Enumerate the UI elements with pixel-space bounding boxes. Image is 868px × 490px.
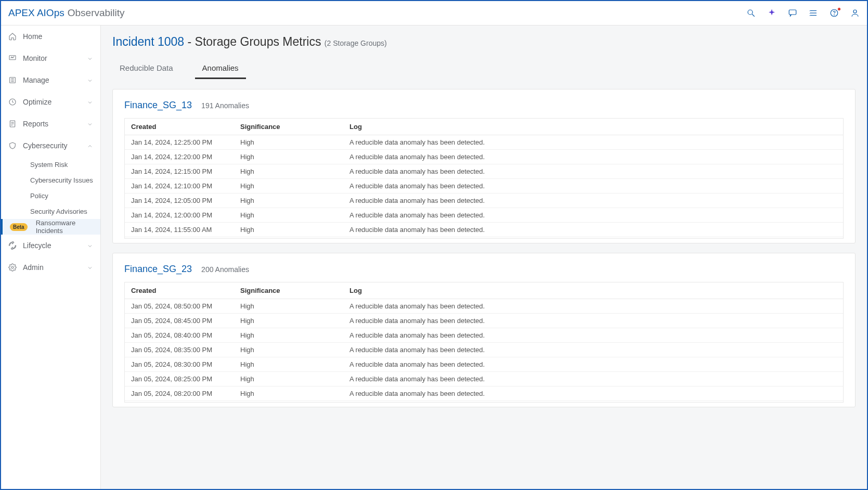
cell-log: A reducible data anomaly has been detect… — [343, 299, 843, 314]
table-scroll[interactable]: Created Significance Log Jan 14, 2024, 1… — [125, 119, 843, 238]
col-significance[interactable]: Significance — [234, 119, 343, 135]
cell-significance: High — [234, 328, 343, 343]
table-row[interactable]: Jan 05, 2024, 08:40:00 PMHighA reducible… — [125, 328, 843, 343]
page-title: Incident 1008 - Storage Groups Metrics (… — [112, 35, 856, 49]
tab-anomalies[interactable]: Anomalies — [195, 58, 246, 79]
cell-log: A reducible data anomaly has been detect… — [343, 386, 843, 401]
cell-significance: High — [234, 386, 343, 401]
tab-reducible-data[interactable]: Reducible Data — [112, 58, 180, 79]
cell-created: Jan 05, 2024, 08:30:00 PM — [125, 357, 234, 372]
sidebar-item-label: Manage — [23, 76, 49, 84]
sidebar-item-label: Reports — [23, 120, 48, 128]
sidebar-subitem-label: Ransomware Incidents — [36, 219, 100, 235]
table-row[interactable]: Jan 14, 2024, 12:25:00 PMHighA reducible… — [125, 135, 843, 150]
cell-log: A reducible data anomaly has been detect… — [343, 135, 843, 150]
sidebar-subitem-security-advisories[interactable]: Security Advisories — [1, 203, 100, 219]
col-significance[interactable]: Significance — [234, 282, 343, 299]
chevron-down-icon — [87, 99, 93, 105]
sidebar-item-optimize[interactable]: Optimize — [1, 91, 100, 113]
help-icon[interactable] — [830, 8, 839, 18]
cell-created: Jan 14, 2024, 12:05:00 PM — [125, 194, 234, 208]
cell-log: A reducible data anomaly has been detect… — [343, 179, 843, 194]
table-row[interactable]: Jan 05, 2024, 08:25:00 PMHighA reducible… — [125, 372, 843, 386]
cell-significance: High — [234, 164, 343, 179]
sparkle-icon[interactable] — [767, 8, 776, 18]
col-created[interactable]: Created — [125, 119, 234, 135]
sidebar-subitem-system-risk[interactable]: System Risk — [1, 157, 100, 172]
col-created[interactable]: Created — [125, 282, 234, 299]
cell-significance: High — [234, 150, 343, 164]
sidebar-subitem-ransomware-incidents[interactable]: BetaRansomware Incidents — [1, 219, 100, 235]
tasks-icon[interactable] — [809, 8, 818, 18]
cell-significance: High — [234, 401, 343, 403]
search-icon[interactable] — [746, 8, 756, 18]
cell-created: Jan 05, 2024, 08:35:00 PM — [125, 343, 234, 357]
chevron-down-icon — [87, 242, 93, 249]
reports-icon — [8, 120, 17, 128]
user-icon[interactable] — [850, 8, 860, 18]
tabs: Reducible DataAnomalies — [112, 58, 856, 80]
cell-log: A reducible data anomaly has been detect… — [343, 208, 843, 223]
table-row[interactable]: Jan 14, 2024, 12:10:00 PMHighA reducible… — [125, 179, 843, 194]
storage-group-link[interactable]: Finance_SG_13 — [124, 100, 192, 111]
anomaly-table: Created Significance Log Jan 14, 2024, 1… — [124, 118, 844, 239]
incident-link[interactable]: Incident 1008 — [112, 35, 184, 48]
sidebar-item-label: Home — [23, 32, 42, 41]
table-row[interactable]: Jan 14, 2024, 12:20:00 PMHighA reducible… — [125, 150, 843, 164]
table-row[interactable]: Jan 14, 2024, 12:05:00 PMHighA reducible… — [125, 194, 843, 208]
main-content: Incident 1008 - Storage Groups Metrics (… — [101, 25, 867, 489]
brand[interactable]: APEX AIOps Observability — [8, 7, 125, 19]
cell-significance: High — [234, 237, 343, 239]
sidebar-item-label: Optimize — [23, 98, 51, 106]
table-scroll[interactable]: Created Significance Log Jan 05, 2024, 0… — [125, 282, 843, 402]
sidebar-item-reports[interactable]: Reports — [1, 113, 100, 135]
sidebar-item-admin[interactable]: Admin — [1, 256, 100, 278]
cell-created: Jan 14, 2024, 12:10:00 PM — [125, 179, 234, 194]
cell-significance: High — [234, 208, 343, 223]
anomaly-table: Created Significance Log Jan 05, 2024, 0… — [124, 282, 844, 403]
svg-point-8 — [853, 10, 857, 13]
sidebar-item-home[interactable]: Home — [1, 25, 100, 47]
cell-created: Jan 05, 2024, 08:20:00 PM — [125, 386, 234, 401]
cell-log: A reducible data anomaly has been detect… — [343, 150, 843, 164]
storage-group-link[interactable]: Finance_SG_23 — [124, 264, 192, 275]
sidebar-item-monitor[interactable]: Monitor — [1, 47, 100, 69]
chevron-down-icon — [87, 121, 93, 127]
admin-icon — [8, 263, 17, 272]
table-row[interactable]: Jan 14, 2024, 12:15:00 PMHighA reducible… — [125, 164, 843, 179]
home-icon — [8, 32, 17, 41]
svg-point-7 — [834, 15, 835, 15]
cell-significance: High — [234, 372, 343, 386]
header-toolbar — [746, 8, 860, 18]
sidebar-item-lifecycle[interactable]: Lifecycle — [1, 235, 100, 256]
chat-icon[interactable] — [788, 8, 797, 18]
cell-significance: High — [234, 343, 343, 357]
table-row[interactable]: Jan 05, 2024, 08:50:00 PMHighA reducible… — [125, 299, 843, 314]
page-title-rest: - Storage Groups Metrics — [184, 35, 325, 48]
cell-created: Jan 05, 2024, 08:15:00 PM — [125, 401, 234, 403]
monitor-icon — [8, 54, 17, 62]
table-row[interactable]: Jan 14, 2024, 12:00:00 PMHighA reducible… — [125, 208, 843, 223]
sidebar-item-manage[interactable]: Manage — [1, 69, 100, 91]
cell-created: Jan 14, 2024, 11:50:00 AM — [125, 237, 234, 239]
col-log[interactable]: Log — [343, 282, 843, 299]
lifecycle-icon — [8, 241, 17, 250]
sidebar-item-cybersecurity[interactable]: Cybersecurity — [1, 135, 100, 157]
sidebar-subitem-policy[interactable]: Policy — [1, 188, 100, 203]
table-row[interactable]: Jan 05, 2024, 08:45:00 PMHighA reducible… — [125, 314, 843, 328]
sidebar-item-label: Monitor — [23, 54, 47, 62]
svg-rect-2 — [789, 10, 796, 15]
table-row[interactable]: Jan 05, 2024, 08:35:00 PMHighA reducible… — [125, 343, 843, 357]
table-row[interactable]: Jan 05, 2024, 08:20:00 PMHighA reducible… — [125, 386, 843, 401]
table-row[interactable]: Jan 05, 2024, 08:30:00 PMHighA reducible… — [125, 357, 843, 372]
cell-log: A reducible data anomaly has been detect… — [343, 314, 843, 328]
cell-created: Jan 14, 2024, 12:00:00 PM — [125, 208, 234, 223]
table-row[interactable]: Jan 05, 2024, 08:15:00 PMHighA reducible… — [125, 401, 843, 403]
cell-significance: High — [234, 179, 343, 194]
table-row[interactable]: Jan 14, 2024, 11:55:00 AMHighA reducible… — [125, 223, 843, 237]
col-log[interactable]: Log — [343, 119, 843, 135]
table-row[interactable]: Jan 14, 2024, 11:50:00 AMHighA reducible… — [125, 237, 843, 239]
manage-icon — [8, 76, 17, 84]
cell-log: A reducible data anomaly has been detect… — [343, 194, 843, 208]
sidebar-subitem-cybersecurity-issues[interactable]: Cybersecurity Issues — [1, 172, 100, 188]
